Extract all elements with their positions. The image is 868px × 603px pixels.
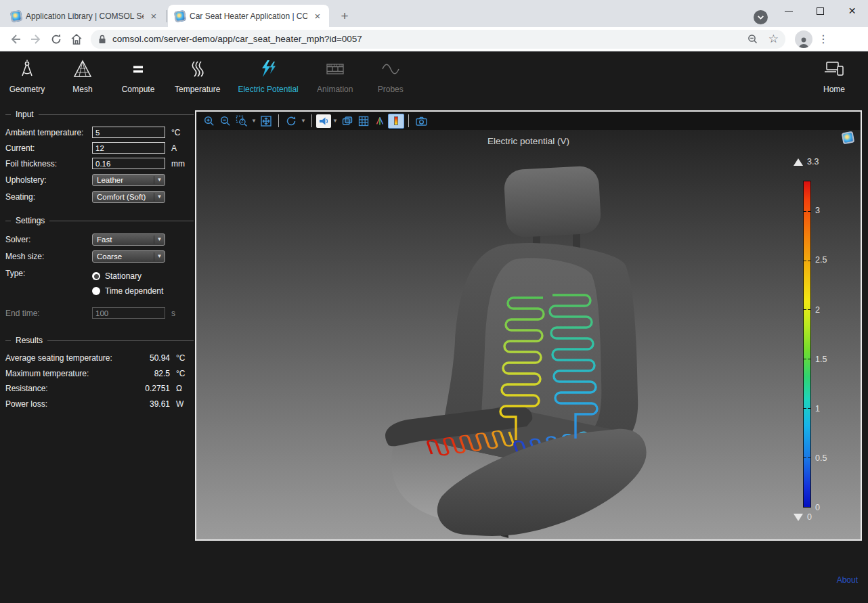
ribbon-compute-button[interactable]: Compute	[119, 58, 157, 94]
result-unit: W	[176, 399, 194, 409]
field-label: End time:	[5, 309, 92, 318]
chevron-down-icon[interactable]: ▼	[331, 118, 339, 124]
transparency-icon[interactable]	[339, 114, 355, 129]
legend-tick-label: 2.5	[815, 255, 827, 265]
chevron-down-icon: ▼	[154, 176, 165, 184]
home-devices-icon	[823, 58, 846, 80]
graphics-panel: ▼ ▼ ▼	[195, 110, 862, 541]
chrome-status-icon[interactable]	[754, 10, 768, 24]
profile-avatar[interactable]	[795, 30, 812, 48]
compute-equals-icon	[128, 58, 148, 80]
result-value: 0.2751	[135, 384, 170, 393]
forward-icon[interactable]	[26, 29, 46, 49]
comsol-logo-icon	[842, 131, 855, 145]
browser-menu-icon[interactable]: ⋮	[817, 32, 830, 45]
radio-unselected-icon	[92, 287, 100, 295]
wireframe-grid-icon[interactable]	[355, 114, 372, 129]
legend-min-marker: 0	[794, 512, 812, 522]
stationary-radio[interactable]: Stationary	[92, 271, 163, 281]
home-icon[interactable]	[66, 29, 87, 49]
tab-title: Application Library | COMSOL Se	[26, 12, 144, 21]
field-label: Mesh size:	[5, 252, 92, 261]
minimize-button[interactable]	[773, 0, 804, 22]
ribbon-temperature-button[interactable]: Temperature	[175, 58, 220, 94]
current-input[interactable]	[92, 142, 165, 154]
zoom-extents-icon[interactable]	[258, 114, 274, 129]
result-row: Maximum temperature: 82.5 °C	[5, 366, 194, 382]
car-seat-3d-model[interactable]	[196, 130, 861, 539]
scene-light-icon[interactable]	[316, 114, 331, 128]
zoom-in-icon[interactable]	[201, 114, 217, 129]
close-button[interactable]: ✕	[836, 0, 868, 22]
about-link[interactable]: About	[837, 575, 858, 585]
max-triangle-icon	[794, 158, 803, 166]
reset-view-icon[interactable]	[283, 114, 299, 129]
tab-strip: Application Library | COMSOL Se × Car Se…	[0, 0, 868, 27]
axes-orientation-icon[interactable]	[372, 114, 388, 129]
legend-max-marker: 3.3	[794, 157, 819, 166]
ribbon-label: Animation	[317, 85, 353, 94]
plot-area[interactable]: Electric potential (V) 3.3 3 2.5 2	[196, 130, 861, 539]
app-ribbon: Geometry Mesh Compute	[0, 51, 868, 104]
tab-close-icon[interactable]: ×	[311, 10, 324, 22]
field-unit: °C	[171, 128, 180, 137]
result-row: Resistance: 0.2751 Ω	[5, 381, 194, 397]
color-legend-toggle-icon[interactable]	[388, 114, 404, 129]
url-text[interactable]: comsol.com/server-demo/app/car_seat_heat…	[112, 34, 741, 44]
maximize-button[interactable]	[804, 0, 836, 22]
foil-thickness-input[interactable]	[92, 158, 165, 169]
ribbon-label: Compute	[122, 85, 155, 94]
seating-select[interactable]: Comfort (Soft)▼	[92, 191, 165, 203]
chevron-down-icon: ▼	[154, 193, 165, 201]
chevron-down-icon: ▼	[154, 236, 165, 244]
field-label: Type:	[5, 269, 92, 278]
chevron-down-icon[interactable]: ▼	[299, 118, 307, 124]
ribbon-label: Probes	[378, 85, 404, 94]
probes-wave-icon	[381, 58, 401, 80]
field-unit: A	[171, 143, 177, 153]
ribbon-mesh-button[interactable]: Mesh	[64, 58, 102, 94]
new-tab-button[interactable]: +	[336, 7, 353, 25]
zoom-box-icon[interactable]	[234, 114, 250, 129]
parameter-sidebar: Input Ambient temperature: °C Current: A…	[5, 108, 194, 411]
ribbon-label: Geometry	[9, 85, 45, 94]
geometry-compass-icon	[17, 58, 37, 80]
browser-toolbar: comsol.com/server-demo/app/car_seat_heat…	[0, 27, 868, 51]
tab-close-icon[interactable]: ×	[148, 10, 160, 22]
lock-icon	[97, 34, 107, 45]
chevron-down-icon[interactable]: ▼	[250, 118, 258, 124]
ambient-temperature-input[interactable]	[92, 127, 165, 138]
mesh-triangle-icon	[72, 58, 93, 80]
ribbon-home-button[interactable]: Home	[815, 58, 853, 94]
result-value: 82.5	[135, 369, 170, 378]
legend-tick-label: 0.5	[815, 453, 827, 463]
tab-application-library[interactable]: Application Library | COMSOL Se ×	[4, 5, 165, 27]
snapshot-camera-icon[interactable]	[413, 114, 429, 129]
section-title: Results	[16, 336, 43, 345]
result-unit: °C	[176, 353, 194, 363]
animation-filmstrip-icon	[325, 58, 345, 80]
address-bar[interactable]: comsol.com/server-demo/app/car_seat_heat…	[91, 30, 785, 49]
graphics-toolbar: ▼ ▼ ▼	[196, 112, 861, 130]
bookmark-star-icon[interactable]: ☆	[768, 32, 779, 46]
solver-select[interactable]: Fast▼	[92, 233, 165, 246]
back-icon[interactable]	[5, 29, 26, 49]
tab-title: Car Seat Heater Application | CO	[190, 12, 307, 21]
radio-selected-icon	[92, 272, 100, 280]
upholstery-select[interactable]: Leather▼	[92, 174, 165, 186]
mesh-size-select[interactable]: Coarse▼	[92, 250, 165, 263]
result-value: 50.94	[135, 353, 170, 363]
ribbon-electric-potential-button[interactable]: Electric Potential	[238, 58, 298, 94]
field-label: Upholstery:	[5, 175, 92, 185]
zoom-out-icon[interactable]	[217, 114, 234, 129]
ribbon-geometry-button[interactable]: Geometry	[8, 58, 46, 94]
temperature-heat-waves-icon	[188, 58, 208, 80]
tab-car-seat-heater[interactable]: Car Seat Heater Application | CO ×	[168, 5, 329, 27]
zoom-page-icon[interactable]	[747, 33, 759, 45]
reload-icon[interactable]	[46, 29, 66, 49]
time-dependent-radio[interactable]: Time dependent	[92, 286, 163, 296]
ribbon-animation-button: Animation	[316, 58, 354, 94]
legend-tick-label: 1.5	[815, 355, 827, 364]
plot-title: Electric potential (V)	[196, 136, 861, 146]
comsol-app: Geometry Mesh Compute	[0, 51, 868, 602]
